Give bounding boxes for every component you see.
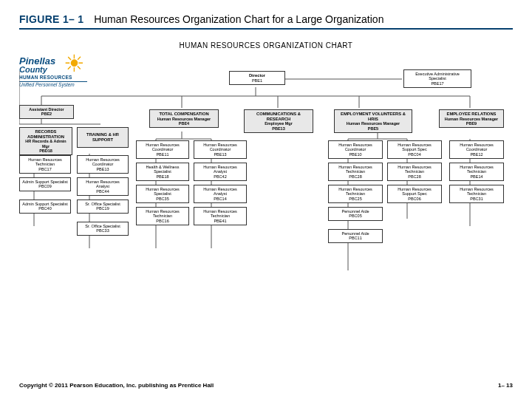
box-records-2: Admin Support SpecialistPBC40: [19, 200, 71, 214]
box-tc-a-3: Human Resources TechnicianPBC16: [136, 207, 189, 225]
box-rel-1: Human Resources TechnicianPBE14: [449, 163, 504, 181]
figure-number: FIGURE 1– 1: [19, 13, 83, 25]
box-tc-b-0: Human Resources CoordinatorPBE13: [194, 140, 247, 159]
box-training-2: Sr. Office SpecialistPBC19: [77, 200, 129, 214]
div-totalcomp: TOTAL COMPENSATION Human Resources Manag…: [149, 109, 219, 128]
page-number: 1– 13: [498, 382, 513, 389]
box-empb-2: Human Resources Support SpecPBC06: [387, 185, 442, 203]
sun-icon: ☀: [64, 52, 85, 75]
box-empb-1: Human Resources TechnicianPBC28: [387, 163, 442, 181]
div-records: RECORDS ADMINISTRATION HR Records & Admi…: [19, 127, 72, 155]
node-director: Director PBE1: [229, 71, 285, 85]
box-tc-a-2: Human Resources SpecialistPBC35: [136, 185, 189, 203]
box-tc-b-1: Human Resources AnalystPBC42: [194, 163, 247, 181]
pinellas-logo: ☀ Pinellas County HUMAN RESOURCES Unifie…: [19, 56, 87, 87]
box-tc-a-0: Human Resources CoordinatorPBE11: [136, 140, 189, 159]
box-emp-1: Human Resources TechnicianPBC28: [328, 163, 383, 181]
footer: Copyright © 2011 Pearson Education, Inc.…: [19, 382, 513, 389]
node-exec-admin: Executive Administrative Specialist PBE1…: [403, 69, 471, 88]
copyright: Copyright © 2011 Pearson Education, Inc.…: [19, 382, 214, 389]
node-asst-director: Assistant Director PBE2: [19, 105, 74, 119]
box-rel-0: Human Resources CoordinatorPBE12: [449, 140, 504, 159]
box-training-0: Human Resources CoordinatorPBE13: [77, 155, 129, 174]
div-employment: EMPLOYMENT VOLUNTEERS & HRIS Human Resou…: [334, 109, 412, 133]
box-training-1: Human Resources AnalystPBC44: [77, 177, 129, 196]
chart-heading: HUMAN RESOURCES ORGANIZATION CHART: [19, 41, 513, 50]
box-tc-b-2: Human Resources AnalystPBC14: [194, 185, 247, 203]
div-training: TRAINING & HR SUPPORT: [77, 127, 129, 148]
div-communications: COMMUNICATIONS & RESEARCH Employee Mgr P…: [244, 109, 313, 133]
box-records-0: Human Resources TechnicianPBC17: [19, 155, 71, 174]
box-records-1: Admin Support SpecialistPBC09: [19, 177, 71, 191]
figure-title-bar: FIGURE 1– 1 Human Resources Organization…: [19, 13, 513, 30]
box-tc-a-1: Health & Wellness SpecialistPBE18: [136, 163, 189, 181]
figure-title: Human Resources Organization Chart for a…: [94, 13, 383, 25]
box-emp-2: Human Resources TechnicianPBC25: [328, 185, 383, 203]
box-empb-0: Human Resources Support SpecPBC04: [387, 140, 442, 159]
box-tc-b-3: Human Resources TechnicianPBE41: [194, 207, 247, 225]
box-emp-4: Personnel AidePBC11: [328, 229, 383, 243]
box-rel-2: Human Resources TechnicianPBC31: [449, 185, 504, 203]
box-emp-0: Human Resources CoordinatorPBE10: [328, 140, 383, 159]
div-employee-relations: EMPLOYEE RELATIONS Human Resources Manag…: [439, 109, 504, 128]
box-training-3: Sr. Office SpecialistPBC33: [77, 222, 129, 236]
box-emp-3: Personnel AidePBC05: [328, 207, 383, 221]
